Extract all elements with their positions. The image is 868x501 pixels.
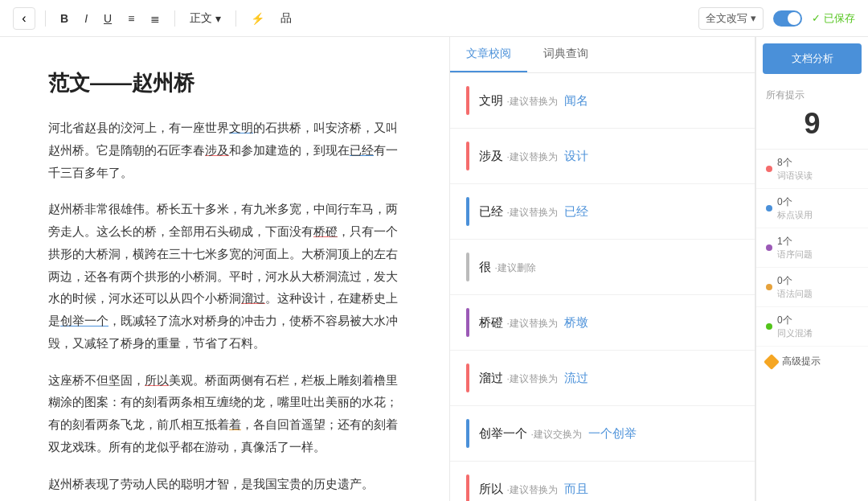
stats-rows-container: 8个词语误读 0个标点误用 1个语序问题 0个语法问题 0个同义混淆 [756,150,868,347]
diamond-icon [764,354,780,370]
suggestion-content: 涉及 ·建议替换为 设计 [479,149,739,164]
paragraph-3: 这座桥不但坚固，所以美观。桥面两侧有石栏，栏板上雕刻着橹里糊涂的图案：有的刻看两… [48,369,401,458]
full-edit-button[interactable]: 全文改写 ▾ [698,7,764,30]
editor-title: 范文——赵州桥 [48,69,401,97]
editor-area[interactable]: 范文——赵州桥 河北省赵县的洨河上，有一座世界文明的石拱桥，叫安济桥，又叫赵州桥… [0,37,450,501]
suggestion-replacement: 已经 [564,204,588,218]
toolbar-right: 全文改写 ▾ ✓ 已保存 [698,7,855,30]
saved-status: ✓ 已保存 [812,11,855,26]
stats-row: 0个标点误用 [756,189,868,228]
stats-dot [766,205,772,211]
suggestion-word: 创举一个 [479,426,527,440]
paragraph-4: 赵州桥表现了劳动人民的聪明才智，是我国宝贵的历史遗产。 [48,473,401,495]
lightning-button[interactable]: ⚡ [246,9,269,28]
highlight-sheji: 涉及 [205,143,229,157]
advanced-tips-button[interactable]: 高级提示 [756,347,868,376]
suggestion-item[interactable]: 桥磴 ·建议替换为 桥墩 [450,295,755,351]
stats-row: 0个同义混淆 [756,307,868,347]
suggestion-item[interactable]: 文明 ·建议替换为 闻名 [450,73,755,129]
highlight-chuangju: 创举一个 [60,314,108,327]
stats-row-label: 1个语序问题 [777,235,858,261]
highlight-zhe: 着 [229,417,241,431]
suggestion-bar [466,86,469,115]
suggestion-action: ·建议替换为 [506,484,557,495]
advanced-label: 高级提示 [782,355,821,368]
suggestion-word: 所以 [479,482,503,495]
stats-dot [766,284,772,290]
stats-row-label: 0个标点误用 [777,195,858,221]
suggestion-action: ·建议替换为 [506,373,557,384]
sep1 [45,10,46,27]
stats-row: 8个词语误读 [756,150,868,189]
total-count: 9 [766,107,858,141]
stats-row: 1个语序问题 [756,228,868,268]
bold-button[interactable]: B [55,9,73,28]
style-arrow: ▾ [215,12,221,25]
suggestion-item[interactable]: 很 ·建议删除 [450,240,755,295]
all-tips-label: 所有提示 [766,88,858,102]
layout-button[interactable]: 品 [276,8,297,29]
paragraph-2: 赵州桥非常很雄伟。桥长五十多米，有九米多宽，中间行车马，两旁走人。这么长的桥，全… [48,198,401,354]
suggestion-content: 已经 ·建议替换为 已经 [479,204,739,220]
editor-body[interactable]: 河北省赵县的洨河上，有一座世界文明的石拱桥，叫安济桥，又叫赵州桥。它是隋朝的石匠… [48,117,401,495]
stats-dot [766,244,772,251]
suggestions-tabs: 文章校阅 词典查询 [450,37,755,73]
suggestion-content: 所以 ·建议替换为 而且 [479,482,739,497]
full-edit-label: 全文改写 [706,11,747,26]
suggestion-item[interactable]: 创举一个 ·建议交换为 一个创举 [450,406,755,462]
suggestion-item[interactable]: 溜过 ·建议替换为 流过 [450,351,755,406]
suggestion-content: 溜过 ·建议替换为 流过 [479,371,739,386]
suggestion-word: 桥磴 [479,315,503,329]
main-area: 范文——赵州桥 河北省赵县的洨河上，有一座世界文明的石拱桥，叫安济桥，又叫赵州桥… [0,37,868,501]
back-button[interactable]: ‹ [13,7,35,30]
underline-button[interactable]: U [99,9,117,28]
suggestion-item[interactable]: 所以 ·建议替换为 而且 [450,462,755,501]
suggestion-item[interactable]: 已经 ·建议替换为 已经 [450,184,755,240]
highlight-yijing: 已经 [350,143,374,157]
list-button[interactable]: ≡ [123,9,139,28]
tab-dict[interactable]: 词典查询 [527,37,604,72]
suggestion-action: ·建议交换为 [530,429,581,440]
highlight-wenming: 文明 [229,121,253,134]
stats-row-label: 0个同义混淆 [777,314,858,339]
suggestion-word: 很 [479,260,491,273]
sep3 [235,10,236,27]
back-icon: ‹ [22,11,26,26]
stats-panel: 文档分析 所有提示 9 8个词语误读 0个标点误用 1个语序问题 0个语法问题 … [755,37,868,501]
italic-button[interactable]: I [80,9,92,28]
suggestion-word: 文明 [479,93,503,107]
suggestion-action: ·建议替换为 [506,318,557,329]
highlight-qiaodeng: 桥磴 [313,224,338,238]
suggestions-panel: 文章校阅 词典查询 文明 ·建议替换为 闻名 涉及 ·建议替换为 设计 已经 ·… [450,37,755,501]
suggestion-word: 涉及 [479,149,503,162]
suggestion-bar [466,253,469,281]
suggestion-bar [466,308,469,337]
suggestion-replacement: 而且 [564,482,588,495]
suggestion-content: 桥磴 ·建议替换为 桥墩 [479,315,739,331]
style-selector[interactable]: 正文 ▾ [185,8,226,29]
suggestion-bar [466,197,469,226]
saved-label: ✓ 已保存 [812,11,855,26]
suggestion-content: 创举一个 ·建议交换为 一个创举 [479,426,739,441]
toggle-switch[interactable] [773,10,802,27]
stats-row-label: 0个语法问题 [777,274,858,300]
suggestion-item[interactable]: 涉及 ·建议替换为 设计 [450,129,755,184]
suggestion-action: ·建议替换为 [506,96,557,107]
suggestion-content: 文明 ·建议替换为 闻名 [479,93,739,109]
suggestion-replacement: 流过 [564,371,588,384]
tab-review[interactable]: 文章校阅 [450,37,527,72]
suggestion-replacement: 设计 [564,149,588,162]
sep2 [174,10,175,27]
suggestion-replacement: 一个创举 [588,426,637,440]
stats-row-label: 8个词语误读 [777,156,858,182]
suggestion-content: 很 ·建议删除 [479,260,739,275]
list2-button[interactable]: ≣ [145,9,165,28]
highlight-suoyi: 所以 [145,373,169,387]
style-label: 正文 [190,11,212,26]
suggestion-bar [466,363,469,392]
suggestion-action: ·建议删除 [494,262,535,273]
suggestion-action: ·建议替换为 [506,207,557,218]
paragraph-1: 河北省赵县的洨河上，有一座世界文明的石拱桥，叫安济桥，又叫赵州桥。它是隋朝的石匠… [48,117,401,183]
toolbar: ‹ B I U ≡ ≣ 正文 ▾ ⚡ 品 全文改写 ▾ ✓ 已保存 [0,0,868,37]
doc-analysis-button[interactable]: 文档分析 [763,43,862,74]
